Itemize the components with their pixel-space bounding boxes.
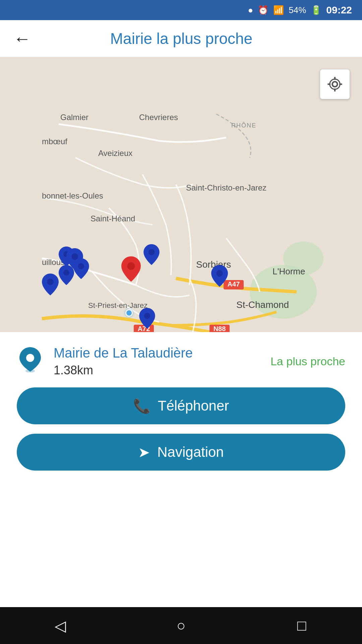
blue-marker-4[interactable]: [59, 265, 74, 285]
svg-text:St-Chamond: St-Chamond: [236, 300, 289, 310]
phone-button-label: Téléphoner: [158, 398, 229, 414]
navigation-arrow-icon: ➤: [138, 444, 150, 461]
place-distance: 1.38km: [54, 363, 264, 377]
svg-point-27: [78, 263, 84, 269]
svg-point-41: [330, 79, 340, 89]
blue-marker-6[interactable]: [143, 244, 160, 265]
svg-text:Aveizieux: Aveizieux: [98, 149, 132, 158]
navigation-button-label: Navigation: [157, 444, 224, 460]
svg-text:Galmier: Galmier: [60, 113, 88, 122]
place-details: Mairie de La Talaudière 1.38km: [54, 345, 264, 377]
svg-point-35: [127, 262, 135, 270]
svg-point-36: [332, 82, 337, 87]
app-header: ← Mairie la plus proche: [0, 20, 362, 57]
svg-text:L'Horme: L'Horme: [273, 266, 305, 276]
back-button[interactable]: ←: [13, 30, 31, 47]
svg-point-32: [144, 313, 150, 319]
phone-button[interactable]: 📞 Téléphoner: [17, 387, 345, 424]
android-recent-button[interactable]: □: [288, 612, 315, 639]
place-name: Mairie de La Talaudière: [54, 345, 264, 361]
clock: 09:22: [326, 4, 352, 16]
svg-text:N88: N88: [214, 325, 226, 332]
map-view[interactable]: A47 A72 N88 D201 Galmier Chevrieres RHÔN…: [0, 57, 362, 332]
page-title: Mairie la plus proche: [41, 30, 322, 48]
closest-badge: La plus proche: [270, 355, 345, 368]
place-info-row: Mairie de La Talaudière 1.38km La plus p…: [17, 345, 345, 377]
android-home-button[interactable]: ○: [168, 612, 194, 639]
svg-point-28: [63, 270, 69, 276]
svg-text:Chevrieres: Chevrieres: [139, 113, 178, 122]
svg-point-31: [216, 270, 223, 277]
selected-marker[interactable]: [121, 256, 141, 282]
wifi-icon: 📶: [273, 5, 284, 15]
blue-marker-8[interactable]: [139, 308, 155, 329]
svg-text:Saint-Christo-en-Jarez: Saint-Christo-en-Jarez: [186, 183, 266, 192]
android-back-button[interactable]: ◁: [47, 612, 74, 639]
svg-point-43: [25, 369, 35, 372]
svg-text:mbœuf: mbœuf: [42, 137, 67, 146]
android-nav-bar: ◁ ○ □: [0, 607, 362, 644]
battery-indicator: 54%: [289, 5, 306, 15]
blue-marker-7[interactable]: [211, 265, 228, 287]
locate-me-button[interactable]: [320, 69, 350, 99]
navigation-button[interactable]: ➤ Navigation: [17, 434, 345, 471]
location-status-icon: ●: [248, 5, 253, 15]
place-pin-icon: [17, 345, 44, 372]
info-panel: Mairie de La Talaudière 1.38km La plus p…: [0, 332, 362, 490]
blue-marker-3[interactable]: [73, 258, 89, 279]
svg-point-42: [26, 354, 34, 362]
svg-text:Saint-Héand: Saint-Héand: [90, 214, 135, 223]
status-bar: ● ⏰ 📶 54% 🔋 09:22: [0, 0, 362, 20]
status-icons: ● ⏰ 📶 54% 🔋 09:22: [248, 4, 352, 16]
blue-marker-5[interactable]: [42, 273, 59, 296]
phone-icon: 📞: [133, 398, 150, 414]
svg-text:bonnet-les-Oules: bonnet-les-Oules: [42, 191, 103, 200]
svg-text:St-Priest-en-Jarez: St-Priest-en-Jarez: [88, 301, 147, 310]
svg-text:A47: A47: [228, 280, 240, 288]
svg-text:RHÔNE: RHÔNE: [231, 122, 256, 129]
svg-point-30: [148, 249, 155, 255]
battery-icon: 🔋: [311, 5, 321, 15]
svg-point-29: [47, 279, 54, 285]
alarm-icon: ⏰: [258, 5, 268, 15]
user-location-dot: [125, 309, 133, 317]
